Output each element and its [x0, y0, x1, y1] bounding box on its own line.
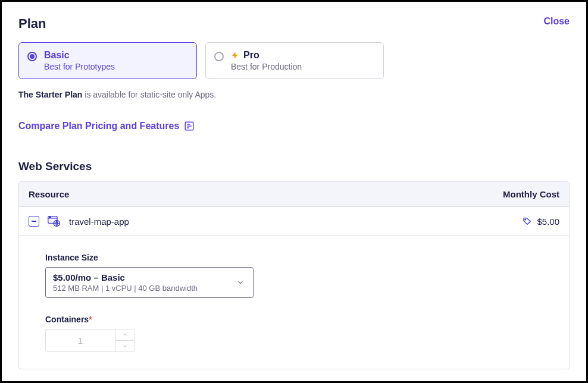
starter-plan-note: The Starter Plan is available for static… [18, 90, 570, 99]
radio-icon [27, 52, 37, 61]
minus-icon [32, 221, 36, 222]
plan-card-basic[interactable]: Basic Best for Prototypes [18, 42, 197, 79]
instance-size-select[interactable]: $5.00/mo – Basic 512 MB RAM | 1 vCPU | 4… [45, 267, 254, 298]
collapse-button[interactable] [29, 216, 39, 227]
app-name: travel-map-app [69, 216, 129, 227]
instance-size-label: Instance Size [45, 253, 559, 262]
plan-card-pro[interactable]: Pro Best for Production [205, 42, 384, 79]
monthly-cost-value: $5.00 [537, 216, 559, 227]
stepper-up-button[interactable] [115, 329, 134, 341]
column-header-resource: Resource [29, 189, 69, 199]
page-title: Plan [18, 16, 46, 32]
containers-label: Containers* [45, 315, 559, 324]
price-tag-icon [523, 216, 532, 226]
plan-name: Pro [243, 50, 259, 61]
lightning-icon [231, 51, 239, 60]
plan-card-group: Basic Best for Prototypes Pro Best for P… [18, 42, 570, 79]
plan-subtitle: Best for Production [231, 62, 302, 71]
web-services-table: Resource Monthly Cost travel-map-app [18, 181, 570, 369]
radio-icon [214, 52, 224, 61]
app-globe-icon [48, 215, 61, 227]
svg-point-10 [525, 219, 526, 221]
svg-point-6 [49, 217, 49, 218]
stepper-down-button[interactable] [115, 341, 134, 351]
chevron-up-icon [122, 332, 128, 338]
web-services-title: Web Services [18, 160, 570, 173]
table-row: travel-map-app $5.00 [19, 207, 569, 236]
containers-stepper[interactable]: 1 [45, 329, 135, 352]
compare-icon [184, 121, 195, 131]
svg-point-7 [51, 217, 51, 218]
column-header-cost: Monthly Cost [503, 189, 559, 199]
instance-size-value: $5.00/mo – Basic [53, 272, 229, 282]
close-button[interactable]: Close [543, 16, 570, 27]
containers-value: 1 [46, 329, 115, 351]
chevron-down-icon [236, 278, 245, 287]
compare-pricing-link[interactable]: Compare Plan Pricing and Features [18, 121, 179, 131]
plan-subtitle: Best for Prototypes [44, 62, 115, 71]
instance-size-detail: 512 MB RAM | 1 vCPU | 40 GB bandwidth [53, 284, 229, 293]
chevron-down-icon [122, 343, 128, 349]
plan-name: Basic [44, 50, 70, 61]
